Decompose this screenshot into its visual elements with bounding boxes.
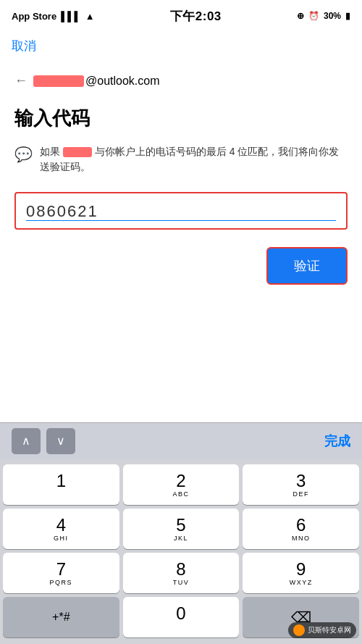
key-4[interactable]: 4 GHI bbox=[3, 509, 119, 549]
email-display: @outlook.com bbox=[33, 75, 160, 88]
code-input-container[interactable]: 0860621 bbox=[14, 192, 348, 230]
info-redacted bbox=[63, 147, 92, 157]
alarm-icon: ⏰ bbox=[308, 11, 319, 21]
key-1-number: 1 bbox=[56, 472, 66, 490]
back-arrow-icon: ← bbox=[14, 73, 28, 88]
status-bar: App Store ▌▌▌ ▲ 下午2:03 ⊕ ⏰ 30% ▮ bbox=[0, 0, 362, 32]
watermark-text: 贝斯特安卓网 bbox=[308, 625, 351, 635]
keyboard-rows: 1 2 ABC 3 DEF 4 GHI 5 JKL 6 bbox=[0, 459, 362, 644]
key-0-number: 0 bbox=[176, 604, 185, 623]
key-9-number: 9 bbox=[296, 560, 306, 579]
key-5[interactable]: 5 JKL bbox=[123, 509, 240, 549]
app-store-label: App Store bbox=[12, 11, 56, 22]
key-6-letters: MNO bbox=[292, 535, 311, 542]
key-2-number: 2 bbox=[176, 472, 185, 490]
key-2-letters: ABC bbox=[173, 491, 190, 498]
watermark-logo bbox=[293, 624, 305, 636]
verify-button-row: 验证 bbox=[14, 247, 348, 285]
status-right: ⊕ ⏰ 30% ▮ bbox=[297, 11, 350, 21]
info-box: 💬 如果 与你帐户上的电话号码的最后 4 位匹配，我们将向你发送验证码。 bbox=[14, 144, 348, 175]
arrow-up-button[interactable]: ∧ bbox=[12, 428, 41, 454]
key-special-label: +*# bbox=[52, 611, 70, 624]
chat-icon: 💬 bbox=[14, 146, 33, 163]
done-button[interactable]: 完成 bbox=[324, 432, 350, 450]
email-redacted bbox=[33, 75, 84, 87]
key-1-letters bbox=[59, 491, 62, 498]
key-4-letters: GHI bbox=[54, 535, 69, 542]
key-0[interactable]: 0 bbox=[123, 597, 240, 637]
watermark: 贝斯特安卓网 bbox=[288, 622, 356, 638]
main-content: ← @outlook.com 输入代码 💬 如果 与你帐户上的电话号码的最后 4… bbox=[0, 57, 362, 311]
key-8-letters: TUV bbox=[173, 580, 190, 586]
keyboard-toolbar: ∧ ∨ 完成 bbox=[0, 422, 362, 459]
keyboard-arrows: ∧ ∨ bbox=[12, 428, 75, 454]
key-7-number: 7 bbox=[56, 560, 66, 579]
key-8-number: 8 bbox=[176, 560, 185, 579]
key-special[interactable]: +*# bbox=[3, 597, 119, 637]
email-row: ← @outlook.com bbox=[14, 69, 348, 93]
key-3[interactable]: 3 DEF bbox=[243, 464, 359, 505]
verify-button[interactable]: 验证 bbox=[266, 247, 348, 285]
key-2[interactable]: 2 ABC bbox=[123, 464, 240, 505]
key-4-number: 4 bbox=[56, 516, 66, 535]
battery-label: 30% bbox=[324, 11, 341, 21]
keyboard-row-3: 7 PQRS 8 TUV 9 WXYZ bbox=[3, 553, 359, 593]
battery-icon: ▮ bbox=[345, 11, 350, 21]
key-6-number: 6 bbox=[296, 516, 306, 535]
key-6[interactable]: 6 MNO bbox=[243, 509, 359, 549]
keyboard-row-1: 1 2 ABC 3 DEF bbox=[3, 464, 359, 505]
key-3-letters: DEF bbox=[292, 491, 309, 498]
key-9-letters: WXYZ bbox=[290, 580, 313, 586]
key-9[interactable]: 9 WXYZ bbox=[243, 553, 359, 593]
key-3-number: 3 bbox=[296, 472, 306, 490]
signal-icon: ▌▌▌ bbox=[61, 11, 81, 22]
key-1[interactable]: 1 bbox=[3, 464, 119, 505]
code-input-value: 0860621 bbox=[26, 202, 336, 221]
cancel-button[interactable]: 取消 bbox=[12, 38, 36, 54]
key-0-letters bbox=[180, 624, 182, 630]
code-underline bbox=[26, 220, 336, 221]
keyboard-area: ∧ ∨ 完成 1 2 ABC 3 DEF 4 GHI bbox=[0, 422, 362, 644]
status-left: App Store ▌▌▌ ▲ bbox=[12, 11, 95, 22]
key-7[interactable]: 7 PQRS bbox=[3, 553, 119, 593]
location-icon: ⊕ bbox=[297, 11, 304, 21]
info-text-before: 如果 bbox=[40, 146, 60, 157]
status-time: 下午2:03 bbox=[170, 8, 222, 25]
wifi-icon: ▲ bbox=[85, 11, 95, 22]
key-5-letters: JKL bbox=[174, 535, 188, 542]
key-7-letters: PQRS bbox=[50, 580, 73, 586]
app-bar: 取消 bbox=[0, 32, 362, 57]
info-text: 如果 与你帐户上的电话号码的最后 4 位匹配，我们将向你发送验证码。 bbox=[40, 144, 348, 175]
page-title: 输入代码 bbox=[14, 106, 348, 131]
key-5-number: 5 bbox=[176, 516, 185, 535]
key-8[interactable]: 8 TUV bbox=[123, 553, 240, 593]
email-domain: @outlook.com bbox=[85, 75, 160, 87]
keyboard-row-2: 4 GHI 5 JKL 6 MNO bbox=[3, 509, 359, 549]
arrow-down-button[interactable]: ∨ bbox=[46, 428, 75, 454]
